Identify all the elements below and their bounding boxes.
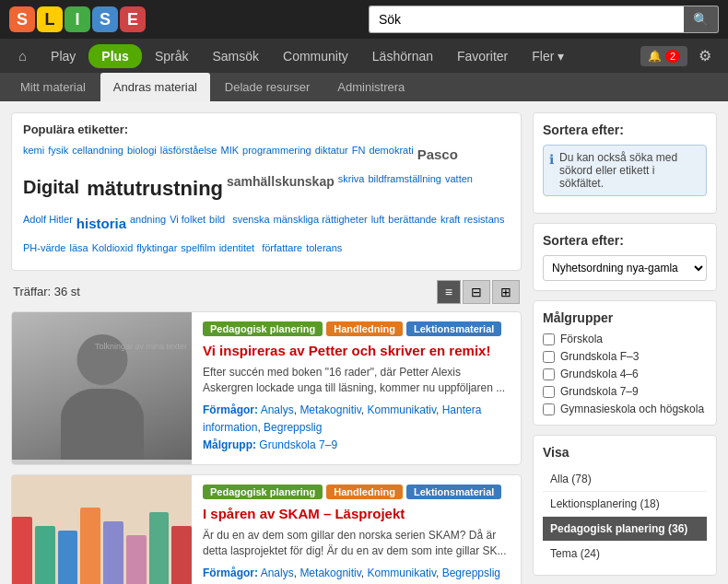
- card-1-tags: Pedagogisk planering Handledning Lektion…: [203, 321, 510, 336]
- card-1-formagar[interactable]: Analys: [261, 403, 294, 416]
- card-1-title[interactable]: Vi inspireras av Petter och skriver en r…: [203, 342, 510, 360]
- tag-spelfilm[interactable]: spelfilm: [181, 239, 215, 261]
- malgrupp-grundskola-46[interactable]: Grundskola 4–6: [543, 368, 707, 380]
- tag-luft[interactable]: luft: [371, 211, 385, 236]
- sort-select[interactable]: Nyhetsordning nya-gamla: [543, 255, 707, 281]
- logo: S L I S E: [9, 6, 146, 32]
- visa-alla[interactable]: Alla (78): [543, 467, 707, 492]
- tag-samhallskunskap[interactable]: samhällskunskap: [227, 170, 335, 207]
- card-2-body: Pedagogisk planering Handledning Lektion…: [192, 475, 521, 584]
- search-button[interactable]: 🔍: [684, 6, 719, 33]
- nav-samsok[interactable]: Samsök: [201, 40, 270, 73]
- malgrupp-grundskola-f3[interactable]: Grundskola F–3: [543, 350, 707, 363]
- visa-tema[interactable]: Tema (24): [543, 542, 707, 566]
- tag-forfattare[interactable]: författare: [262, 239, 302, 261]
- subnav-andras[interactable]: Andras material: [100, 73, 210, 101]
- malgrupp-forskola[interactable]: Förskola: [543, 333, 707, 345]
- tag-fysik[interactable]: fysik: [48, 142, 68, 167]
- nav-home[interactable]: ⌂: [7, 39, 38, 73]
- nav-bell[interactable]: 🔔 2: [640, 46, 687, 66]
- visa-lektionsplanering[interactable]: Lektionsplanering (18): [543, 492, 707, 517]
- tag-diktatur[interactable]: diktatur: [315, 142, 348, 167]
- logo-i: I: [65, 6, 90, 32]
- subnav-admin[interactable]: Administrera: [324, 73, 417, 101]
- tag-historia[interactable]: historia: [76, 211, 126, 236]
- card-1-body: Pedagogisk planering Handledning Lektion…: [192, 312, 521, 464]
- card-1-image: Tolkningar av mina texter: [12, 312, 192, 464]
- tag-bild[interactable]: bild: [209, 211, 225, 236]
- checkbox-grundskola-79[interactable]: [543, 386, 555, 398]
- view-toggles: ≡ ⊟ ⊞: [437, 280, 520, 304]
- tag-skriva[interactable]: skriva: [338, 170, 365, 207]
- card-2-formagar4[interactable]: Begreppslig: [442, 566, 500, 579]
- tag-kraft[interactable]: kraft: [440, 211, 460, 236]
- nav-favoriter[interactable]: Favoriter: [446, 40, 519, 73]
- tag-cellandning[interactable]: cellandning: [72, 142, 123, 167]
- checkbox-grundskola-46[interactable]: [543, 368, 555, 380]
- card-1-tag-0[interactable]: Pedagogisk planering: [203, 321, 323, 336]
- tag-koldioxid[interactable]: Koldioxid: [92, 239, 134, 261]
- tag-matutrustning[interactable]: mätutrustning: [87, 170, 223, 207]
- tag-lasa[interactable]: läsa: [69, 239, 88, 261]
- tag-lasforstaelse[interactable]: läsförståelse: [160, 142, 217, 167]
- card-1-formagar3[interactable]: Kommunikativ: [368, 403, 436, 416]
- card-2-title[interactable]: I spåren av SKAM – Läsprojekt: [203, 505, 510, 523]
- card-2-tag-1[interactable]: Handledning: [326, 485, 403, 499]
- tag-bildframstallning[interactable]: bildframställning: [368, 170, 440, 207]
- left-column: Populära etiketter: kemi fysik cellandni…: [11, 112, 522, 584]
- tag-andning[interactable]: andning: [130, 211, 166, 236]
- person-image: Tolkningar av mina texter: [12, 312, 192, 460]
- card-2-formagar2[interactable]: Metakognitiv: [299, 566, 360, 579]
- view-grid-btn[interactable]: ⊟: [463, 280, 490, 304]
- tag-biologi[interactable]: biologi: [127, 142, 157, 167]
- search-input[interactable]: [369, 6, 684, 33]
- nav-sprak[interactable]: Språk: [144, 40, 200, 73]
- tag-digital[interactable]: Digital: [23, 170, 79, 207]
- nav-community[interactable]: Community: [272, 40, 359, 73]
- nav-play[interactable]: Play: [40, 40, 87, 73]
- subnav-mitt[interactable]: Mitt material: [7, 73, 99, 101]
- tag-vatten[interactable]: vatten: [445, 170, 473, 207]
- card-1-formagar5[interactable]: Begreppslig: [264, 421, 322, 434]
- tag-tolerans[interactable]: tolerans: [306, 239, 342, 261]
- checkbox-grundskola-f3[interactable]: [543, 351, 555, 363]
- card-1-malgrupp[interactable]: Grundskola 7–9: [259, 438, 337, 451]
- card-2-tag-0[interactable]: Pedagogisk planering: [203, 485, 323, 499]
- tag-berattande[interactable]: berättande: [388, 211, 437, 236]
- malgrupper-list: Förskola Grundskola F–3 Grundskola 4–6 G…: [543, 333, 707, 415]
- tag-demokrati[interactable]: demokrati: [369, 142, 413, 167]
- subnav-delade[interactable]: Delade resurser: [212, 73, 323, 101]
- checkbox-gymnasieskola[interactable]: [543, 403, 555, 415]
- sort-select-section: Sortera efter: Nyhetsordning nya-gamla: [533, 223, 717, 291]
- card-1-formagar2[interactable]: Metakognitiv: [299, 403, 360, 416]
- tag-resistans[interactable]: resistans: [464, 211, 504, 236]
- tag-svenska[interactable]: svenska: [232, 211, 269, 236]
- card-2-tag-2[interactable]: Lektionsmaterial: [406, 485, 501, 499]
- tag-pasco[interactable]: Pasco: [417, 142, 458, 167]
- tag-flyktingar[interactable]: flyktingar: [136, 239, 177, 261]
- view-list-btn[interactable]: ≡: [437, 280, 461, 304]
- card-2-formagar[interactable]: Analys: [261, 566, 294, 579]
- card-1-tag-2[interactable]: Lektionsmaterial: [406, 321, 501, 336]
- nav-fler[interactable]: Fler ▾: [521, 40, 575, 73]
- tag-programmering[interactable]: programmering: [242, 142, 311, 167]
- nav-lashornan[interactable]: Läshörnan: [361, 40, 444, 73]
- checkbox-forskola[interactable]: [543, 333, 555, 345]
- tag-fn[interactable]: FN: [352, 142, 366, 167]
- malgrupp-grundskola-79[interactable]: Grundskola 7–9: [543, 385, 707, 398]
- nav-gear[interactable]: ⚙: [689, 40, 721, 72]
- card-2-formagar3[interactable]: Kommunikativ: [368, 566, 436, 579]
- tag-mik[interactable]: MIK: [220, 142, 239, 167]
- view-thumb-btn[interactable]: ⊞: [492, 280, 520, 304]
- visa-pedagogisk[interactable]: Pedagogisk planering (36): [543, 517, 707, 542]
- tag-vifolket[interactable]: Vi folket: [170, 211, 205, 236]
- tag-identitet[interactable]: identitet: [219, 239, 255, 261]
- malgrupp-gymnasieskola[interactable]: Gymnasieskola och högskola: [543, 403, 707, 415]
- logo-e: E: [120, 6, 146, 32]
- tag-kemi[interactable]: kemi: [23, 142, 44, 167]
- tag-adolf[interactable]: Adolf Hitler: [23, 211, 73, 236]
- tag-phvarde[interactable]: PH-värde: [23, 239, 65, 261]
- nav-plus[interactable]: Plus: [88, 44, 142, 68]
- card-1-tag-1[interactable]: Handledning: [326, 321, 403, 336]
- tag-manskliga[interactable]: mänskliga rättigheter: [274, 211, 368, 236]
